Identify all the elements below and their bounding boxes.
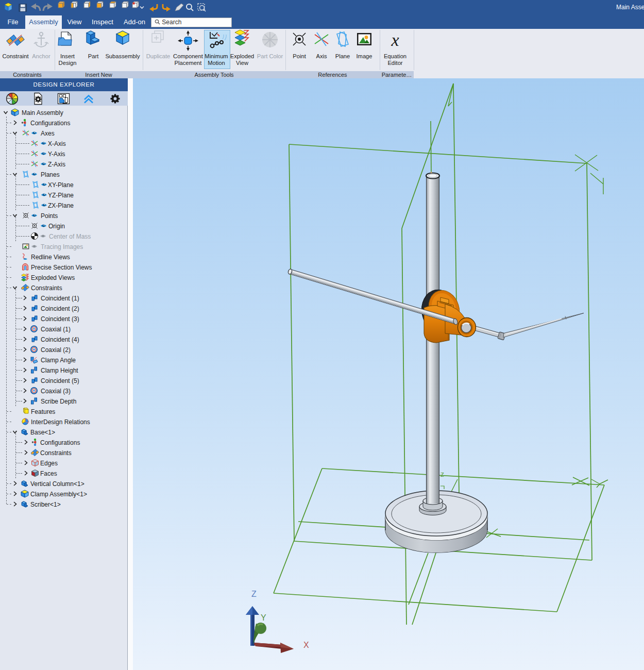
svg-text:Minimum: Minimum (205, 53, 228, 59)
svg-text:Insert: Insert (60, 53, 75, 59)
svg-text:Editor: Editor (387, 60, 402, 66)
svg-text:Design: Design (59, 60, 77, 66)
svg-text:Y: Y (261, 613, 266, 622)
svg-text:View: View (236, 60, 249, 66)
svg-text:Anchor: Anchor (32, 53, 50, 59)
svg-text:Component: Component (173, 53, 204, 59)
svg-text:Equation: Equation (384, 53, 406, 59)
svg-text:Point: Point (293, 53, 306, 59)
svg-text:x: x (391, 30, 399, 49)
svg-text:Part: Part (88, 53, 99, 59)
svg-text:Part Color: Part Color (257, 53, 283, 59)
svg-text:X: X (303, 641, 309, 649)
svg-text:Subassembly: Subassembly (105, 53, 140, 59)
svg-text:Constraint: Constraint (3, 53, 29, 59)
svg-text:Plane: Plane (335, 53, 350, 59)
svg-text:Axis: Axis (316, 53, 327, 59)
svg-text:Z: Z (440, 472, 444, 478)
svg-text:Motion: Motion (208, 60, 225, 66)
svg-text:Exploded: Exploded (230, 53, 255, 59)
svg-text:Duplicate: Duplicate (146, 53, 171, 59)
svg-text:Image: Image (356, 53, 372, 59)
svg-text:Placement: Placement (175, 60, 202, 66)
svg-text:Z: Z (251, 590, 257, 598)
